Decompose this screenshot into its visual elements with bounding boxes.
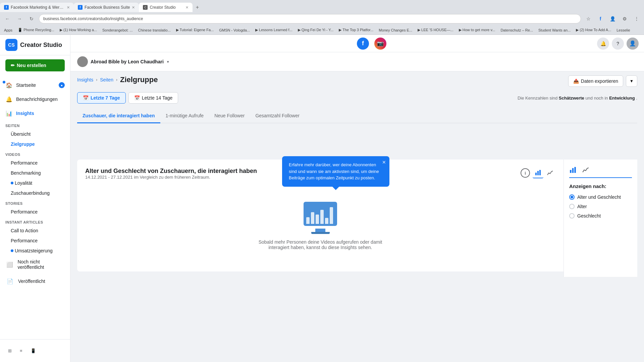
bookmark-7[interactable]: ▶ Lessons Learned f...	[254, 27, 294, 33]
radio-circle-3	[569, 213, 575, 219]
bookmark-13[interactable]: Datenschutz – Re...	[499, 27, 534, 33]
content-header: Abroad Bible by Leon Chaudhari ▼	[70, 52, 644, 71]
sidebar-item-stories-performance[interactable]: Performance	[0, 207, 70, 217]
sidebar-item-veroffentlicht[interactable]: 📄 Veröffentlicht	[0, 273, 70, 289]
user-avatar[interactable]: 👤	[627, 38, 639, 50]
umsatz-dot	[11, 249, 13, 252]
tab-neue-follower[interactable]: Neue Follower	[209, 109, 250, 123]
reload-button[interactable]: ↻	[27, 14, 36, 23]
bookmark-2[interactable]: ▶ (1) How Working a...	[58, 27, 98, 33]
chart-controls: i	[521, 168, 555, 178]
neu-erstellen-button[interactable]: ✏ Neu erstellen	[5, 59, 65, 71]
breadcrumb-current: Zielgruppe	[120, 75, 158, 84]
tab-close-2[interactable]: ✕	[132, 5, 135, 10]
content-body: 📅 Letzte 7 Tage 📅 Letzte 14 Tage Die Ken…	[70, 87, 644, 282]
new-tab-button[interactable]: +	[193, 3, 202, 12]
tab-close-1[interactable]: ✕	[67, 5, 70, 10]
chart-left-header: Alter und Geschlecht von Zuschauern, die…	[85, 168, 257, 186]
facebook-icon-nav[interactable]: f	[357, 38, 369, 50]
bookmark-16[interactable]: Lesselie	[615, 27, 631, 33]
tab-business-suite[interactable]: f Facebook Business Suite ✕	[74, 3, 139, 12]
bookmark-11[interactable]: ▶ LEE 'S HOUSE—...	[416, 27, 455, 33]
svg-rect-0	[535, 173, 537, 175]
sidebar-item-insights[interactable]: 📊 Insights	[0, 106, 70, 120]
tooltip-close-btn[interactable]: ✕	[382, 159, 386, 166]
notification-button[interactable]: 🔔	[597, 38, 609, 50]
sidebar-table-btn[interactable]: ≡	[17, 346, 25, 355]
sidebar-item-noch-nicht[interactable]: ⬜ Noch nicht veröffentlicht	[0, 256, 70, 273]
panel-bar-tab[interactable]	[569, 166, 577, 175]
tab-creator-studio[interactable]: C Creator Studio ✕	[139, 3, 193, 12]
calendar-icon: 📅	[83, 95, 89, 101]
bookmark-15[interactable]: ▶ (2) How To Add A...	[575, 27, 612, 33]
sidebar-item-loyalitat[interactable]: Loyalität	[0, 178, 70, 188]
tab-facebook-marketing[interactable]: f Facebook Marketing & Werbe... ✕	[0, 3, 74, 12]
breadcrumb-seiten[interactable]: Seiten	[100, 77, 113, 82]
bookmark-btn[interactable]: ☆	[584, 14, 593, 23]
bookmark-4[interactable]: Chinese translatio...	[137, 27, 172, 33]
account-selector[interactable]: Abroad Bible by Leon Chaudhari ▼	[77, 56, 170, 67]
instagram-icon-nav[interactable]: 📷	[374, 38, 386, 50]
bookmark-1[interactable]: 📱 Phone Recycling...	[16, 27, 56, 33]
bookmark-14[interactable]: Student Wants an...	[537, 27, 572, 33]
back-button[interactable]: ←	[3, 14, 12, 23]
notification-dot	[3, 81, 5, 83]
section-seiten-label: Seiten	[0, 120, 70, 129]
empty-state-text: Sobald mehr Personen deine Videos aufger…	[253, 239, 387, 250]
sidebar-item-umsatzsteigerung[interactable]: Umsatzsteigerung	[0, 246, 70, 256]
bookmark-10[interactable]: Money Changes E...	[377, 27, 414, 33]
bookmark-6[interactable]: GMSN - Vologda...	[218, 27, 251, 33]
profile-btn[interactable]: 👤	[608, 14, 617, 23]
help-button[interactable]: ?	[612, 38, 624, 50]
sidebar-item-benachrichtigungen[interactable]: 🔔 Benachrichtigungen	[0, 92, 70, 106]
bookmark-9[interactable]: ▶ The Top 3 Platfor...	[337, 27, 375, 33]
tab-aufrufe[interactable]: 1-minütige Aufrufe	[160, 109, 209, 123]
calendar-icon-2: 📅	[134, 95, 140, 101]
bookmark-apps[interactable]: Apps	[3, 27, 14, 33]
bookmark-8[interactable]: ▶ Qing Fei De Yi - Y...	[297, 27, 335, 33]
sidebar-item-videos-performance[interactable]: Performance	[0, 158, 70, 168]
tab-interagiert[interactable]: Zuschauer, die interagiert haben	[77, 109, 160, 123]
sidebar-item-call-to-action[interactable]: Call to Action	[0, 226, 70, 236]
sidebar-item-zuschauerbindung[interactable]: Zuschauerbindung	[0, 188, 70, 198]
breadcrumb-insights[interactable]: Insights	[77, 77, 93, 82]
sidebar-item-ia-performance[interactable]: Performance	[0, 236, 70, 246]
bookmarks-bar: Apps 📱 Phone Recycling... ▶ (1) How Work…	[0, 25, 644, 35]
account-chevron-icon: ▼	[166, 60, 170, 64]
address-input[interactable]: business.facebook.com/creatorstudio/insi…	[39, 14, 581, 23]
tab-close-3[interactable]: ✕	[185, 5, 189, 10]
radio-alter[interactable]: Alter	[569, 204, 632, 209]
sidebar-item-startseite[interactable]: 🏠 Startseite ●	[0, 78, 70, 92]
main-content: Abroad Bible by Leon Chaudhari ▼ Insight…	[70, 52, 644, 362]
export-caret-button[interactable]: ▼	[626, 75, 637, 87]
forward-button[interactable]: →	[15, 14, 24, 23]
sidebar-grid-btn[interactable]: ⊞	[5, 346, 14, 355]
bookmark-12[interactable]: ▶ How to get more v...	[458, 27, 497, 33]
sidebar-mobile-btn[interactable]: 📱	[28, 346, 39, 355]
line-chart-view-btn[interactable]	[545, 168, 555, 178]
panel-line-tab[interactable]	[582, 166, 589, 175]
breadcrumb-sep-1: ›	[96, 77, 97, 82]
account-avatar	[77, 56, 88, 67]
export-button[interactable]: 📤 Daten exportieren	[568, 75, 623, 87]
bookmark-5[interactable]: ▶ Tutorial: Eigene Fa...	[175, 27, 215, 33]
sidebar-item-ubersicht[interactable]: Übersicht	[0, 129, 70, 139]
menu-btn[interactable]: ⋮	[632, 14, 641, 23]
export-icon: 📤	[573, 78, 579, 84]
bar-chart-view-btn[interactable]	[533, 168, 543, 178]
radio-geschlecht[interactable]: Geschlecht	[569, 213, 632, 219]
bookmark-3[interactable]: Sonderangebot: ...	[101, 27, 134, 33]
panel-tabs	[569, 166, 632, 178]
sidebar-item-zielgruppe[interactable]: Zielgruppe	[0, 139, 70, 149]
date-14tage-button[interactable]: 📅 Letzte 14 Tage	[128, 92, 178, 104]
radio-alter-geschlecht[interactable]: Alter und Geschlecht	[569, 194, 632, 200]
chart-info-button[interactable]: i	[521, 168, 530, 178]
fb-icon-btn[interactable]: f	[596, 14, 605, 23]
radio-inner-1	[571, 196, 573, 198]
chart-subtitle: 14.12.2021 - 27.12.2021 im Vergleich zu …	[85, 175, 257, 180]
sidebar-item-benchmarking[interactable]: Benchmarking	[0, 168, 70, 178]
radio-circle-2	[569, 204, 575, 209]
date-7tage-button[interactable]: 📅 Letzte 7 Tage	[77, 92, 126, 104]
extension-btn[interactable]: ⚙	[620, 14, 629, 23]
tab-gesamtzahl-follower[interactable]: Gesamtzahl Follower	[250, 109, 305, 123]
